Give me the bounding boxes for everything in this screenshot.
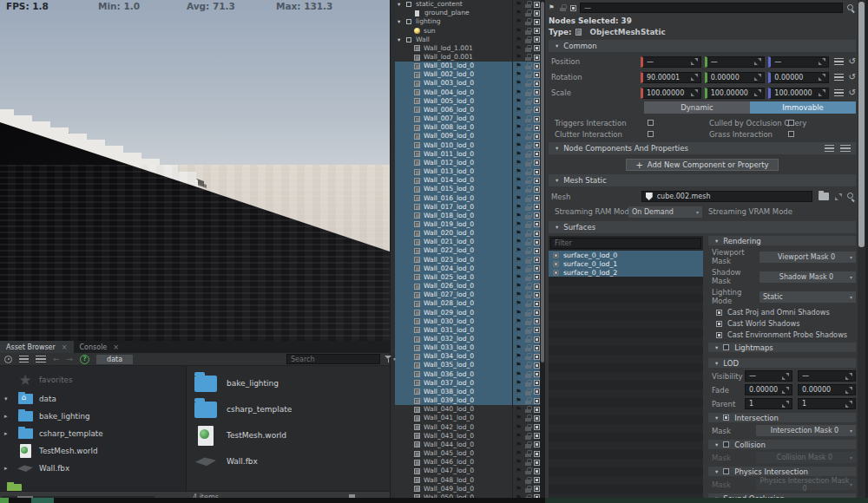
lock-icon[interactable] xyxy=(525,221,532,228)
flag-icon[interactable] xyxy=(516,291,523,299)
section-collision[interactable]: Collision xyxy=(708,440,856,449)
lock-icon[interactable] xyxy=(525,318,532,325)
triggers-interaction-checkbox[interactable] xyxy=(648,120,654,126)
tree-row[interactable]: Wall_033_lod_0 xyxy=(395,343,545,352)
lock-icon[interactable] xyxy=(525,310,532,317)
forward-icon[interactable] xyxy=(67,355,74,363)
physics-intersection-checkbox[interactable] xyxy=(723,468,729,474)
lock-icon[interactable] xyxy=(525,1,532,8)
enabled-checkbox[interactable] xyxy=(534,301,540,307)
enabled-checkbox[interactable] xyxy=(534,134,540,140)
lock-icon[interactable] xyxy=(525,142,532,149)
tree-row[interactable]: Wall xyxy=(395,36,545,44)
collision-checkbox[interactable] xyxy=(723,441,729,447)
shadow-checkbox[interactable] xyxy=(716,310,722,316)
tree-row[interactable]: Wall_041_lod_0 xyxy=(395,414,545,422)
flag-icon[interactable] xyxy=(516,27,523,36)
tree-row[interactable]: Wall_030_lod_0 xyxy=(395,317,545,326)
flag-icon[interactable] xyxy=(516,467,523,475)
enabled-checkbox[interactable] xyxy=(534,248,540,254)
expand-field-icon[interactable] xyxy=(819,89,825,96)
flag-icon[interactable] xyxy=(516,141,523,150)
flag-icon[interactable] xyxy=(516,414,523,422)
expand-field-icon[interactable] xyxy=(782,373,789,380)
expand-caret-icon[interactable] xyxy=(398,17,405,26)
reset-icon[interactable] xyxy=(849,88,856,97)
lock-icon[interactable] xyxy=(525,441,532,448)
flag-icon[interactable] xyxy=(516,423,523,432)
lock-icon[interactable] xyxy=(525,62,532,69)
folder-tree-row[interactable]: TestMesh.world xyxy=(0,442,186,460)
enabled-checkbox[interactable] xyxy=(534,10,540,16)
folder-tree-row[interactable]: Wall.fbx xyxy=(0,460,186,477)
flag-icon[interactable] xyxy=(516,194,523,203)
folder-caret-icon[interactable] xyxy=(4,430,11,437)
x-value-field[interactable]: 100.00000 xyxy=(641,88,701,99)
flag-icon[interactable] xyxy=(516,229,523,238)
expand-caret-icon[interactable] xyxy=(398,0,405,9)
tree-row[interactable]: Wall_035_lod_0 xyxy=(395,361,545,369)
enabled-checkbox[interactable] xyxy=(534,45,540,51)
enabled-checkbox[interactable] xyxy=(534,36,540,42)
flag-icon[interactable] xyxy=(516,485,523,493)
tree-row[interactable]: Wall_032_lod_0 xyxy=(395,335,545,343)
tree-row[interactable]: Wall_020_lod_0 xyxy=(395,229,545,238)
expand-field-icon[interactable] xyxy=(691,58,698,65)
lock-icon[interactable] xyxy=(525,415,532,421)
lock-icon[interactable] xyxy=(525,274,532,281)
lock-icon[interactable] xyxy=(525,54,532,61)
lighting-mode-dropdown[interactable]: Static xyxy=(760,291,856,303)
lock-icon[interactable] xyxy=(525,389,532,395)
tree-row[interactable]: lighting xyxy=(395,17,545,26)
lock-icon[interactable] xyxy=(525,459,532,466)
lock-icon[interactable] xyxy=(525,18,532,25)
lock-icon[interactable] xyxy=(525,344,532,351)
expand-field-icon[interactable] xyxy=(754,89,761,96)
find-mesh-icon[interactable] xyxy=(846,192,856,201)
enabled-checkbox[interactable] xyxy=(534,451,540,457)
tree-row[interactable]: Wall_005_lod_0 xyxy=(395,97,545,106)
flag-icon[interactable] xyxy=(516,88,523,97)
lock-icon[interactable] xyxy=(525,450,532,457)
enabled-checkbox[interactable] xyxy=(534,415,540,421)
viewport-3d[interactable]: FPS: 1.8 Min: 1.0 Avg: 71.3 Max: 131.3 xyxy=(0,0,390,341)
lock-icon[interactable] xyxy=(525,424,532,431)
enabled-checkbox[interactable] xyxy=(534,186,540,193)
flag-icon[interactable] xyxy=(516,203,523,212)
lock-icon[interactable] xyxy=(525,212,532,219)
tree-row[interactable]: Wall_018_lod_0 xyxy=(395,212,545,220)
lock-icon[interactable] xyxy=(525,300,532,307)
tree-row[interactable]: Wall_003_lod_0 xyxy=(395,79,545,88)
list-view-icon[interactable] xyxy=(825,145,834,153)
lock-icon[interactable] xyxy=(525,467,532,474)
expand-field-icon[interactable] xyxy=(782,387,789,394)
close-tab-icon[interactable] xyxy=(62,343,68,351)
lock-icon[interactable] xyxy=(525,291,532,298)
tree-row[interactable]: Wall_021_lod_0 xyxy=(395,238,545,246)
tree-row[interactable]: Wall_047_lod_0 xyxy=(395,467,545,475)
lock-icon[interactable] xyxy=(525,327,532,334)
tree-row[interactable]: Wall_017_lod_0 xyxy=(395,203,545,212)
expand-field-icon[interactable] xyxy=(819,58,825,65)
flag-icon[interactable] xyxy=(516,361,523,369)
expand-field-icon[interactable] xyxy=(782,401,789,408)
culled-occlusion-checkbox[interactable] xyxy=(788,120,794,126)
tree-row[interactable]: Wall_011_lod_0 xyxy=(395,150,545,159)
enabled-checkbox[interactable] xyxy=(534,441,540,447)
tree-row[interactable]: Wall_010_lod_0 xyxy=(395,141,545,150)
tree-row[interactable]: Wall_022_lod_0 xyxy=(395,246,545,255)
lock-icon[interactable] xyxy=(525,195,532,202)
intersection-mask-dropdown[interactable]: Intersection Mask 0 xyxy=(756,425,856,436)
tree-row[interactable]: Wall_042_lod_0 xyxy=(395,423,545,432)
enabled-checkbox[interactable] xyxy=(534,63,540,69)
flag-icon[interactable] xyxy=(516,132,523,140)
tree-row[interactable]: ground_plane xyxy=(395,9,545,17)
flag-icon[interactable] xyxy=(516,246,523,255)
help-icon[interactable] xyxy=(80,355,89,364)
flag-icon[interactable] xyxy=(516,265,523,273)
lock-icon[interactable] xyxy=(525,133,532,140)
lock-icon[interactable] xyxy=(525,107,532,114)
enabled-checkbox[interactable] xyxy=(534,460,540,466)
tree-row[interactable]: Wall_044_lod_0 xyxy=(395,441,545,449)
expand-field-icon[interactable] xyxy=(845,373,852,380)
